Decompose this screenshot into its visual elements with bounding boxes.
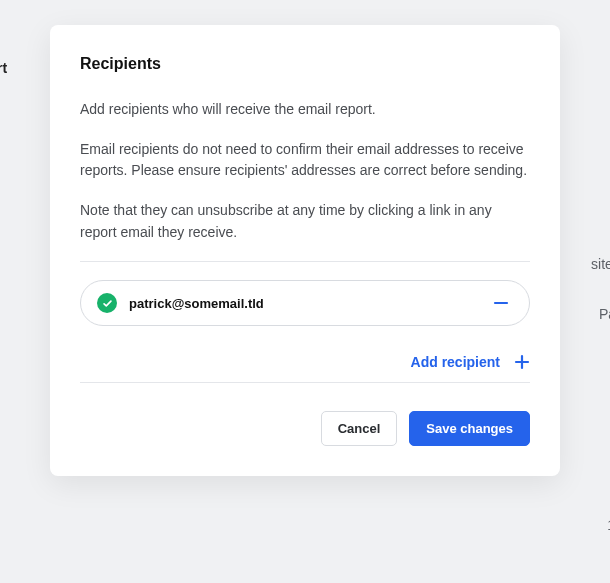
modal-description: Add recipients who will receive the emai… [80,99,530,243]
remove-recipient-button[interactable] [489,291,513,315]
description-paragraph: Email recipients do not need to confirm … [80,139,530,182]
modal-title: Recipients [80,55,530,73]
minus-icon [493,295,509,311]
description-paragraph: Add recipients who will receive the emai… [80,99,530,121]
verified-check-icon [97,293,117,313]
recipients-modal: Recipients Add recipients who will recei… [50,25,560,476]
recipient-row: patrick@somemail.tld [80,280,530,326]
recipient-email: patrick@somemail.tld [129,296,477,311]
cancel-button[interactable]: Cancel [321,411,398,446]
background-fragment: Pat [599,306,610,322]
divider [80,261,530,262]
save-changes-button[interactable]: Save changes [409,411,530,446]
plus-icon [514,354,530,370]
background-fragment: port [0,60,7,76]
divider [80,382,530,383]
description-paragraph: Note that they can unsubscribe at any ti… [80,200,530,243]
background-fragment: site-re [591,256,610,272]
add-recipient-label: Add recipient [411,354,500,370]
add-recipient-button[interactable]: Add recipient [411,354,530,370]
modal-footer: Cancel Save changes [80,411,530,446]
